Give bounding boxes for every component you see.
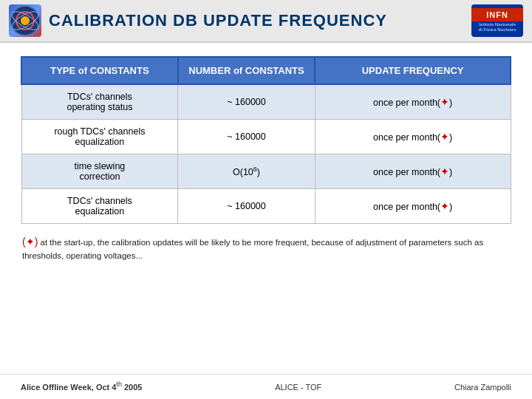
table-row: time slewingcorrection O(106) once per m… <box>21 154 511 189</box>
alice-logo <box>9 4 41 37</box>
row4-number: ~ 160000 <box>178 189 315 224</box>
header: CALIBRATION DB UPDATE FREQUENCY INFN Ist… <box>0 0 532 43</box>
row2-update: once per month(✦) <box>315 120 511 154</box>
row1-number: ~ 160000 <box>178 84 315 120</box>
header-number: NUMBER of CONSTANTS <box>178 57 315 84</box>
header-type: TYPE of CONSTANTS <box>21 57 178 84</box>
row2-number: ~ 160000 <box>178 120 315 154</box>
star-icon: ✦ <box>440 131 449 143</box>
row4-update: once per month(✦) <box>315 189 511 224</box>
header-right: INFN Istituto Nazionaledi Fisica Nuclear… <box>471 4 523 37</box>
footer-sup: th <box>116 381 122 388</box>
footer-right: Chiara Zampolli <box>454 383 511 392</box>
row3-number: O(106) <box>178 154 315 189</box>
row1-update: once per month(✦) <box>315 84 511 120</box>
row3-update: once per month(✦) <box>315 154 511 189</box>
star-icon: ✦ <box>440 200 449 212</box>
footnote-star: (✦) <box>22 236 38 248</box>
row4-type: TDCs' channelsequalization <box>21 189 178 224</box>
table-row: TDCs' channelsequalization ~ 160000 once… <box>21 189 511 224</box>
infn-bottom: Istituto Nazionaledi Fisica Nucleare <box>477 21 517 33</box>
main-content: TYPE of CONSTANTS NUMBER of CONSTANTS UP… <box>0 43 532 270</box>
star-icon: ✦ <box>440 166 449 177</box>
table-row: TDCs' channelsoperating status ~ 160000 … <box>21 84 511 120</box>
footer-year: 2005 <box>122 383 143 392</box>
infn-logo: INFN Istituto Nazionaledi Fisica Nuclear… <box>471 4 523 37</box>
header-update: UPDATE FREQUENCY <box>315 57 511 84</box>
star-icon: ✦ <box>440 96 449 108</box>
footer: Alice Offline Week, Oct 4th 2005 ALICE -… <box>0 374 532 399</box>
row1-type: TDCs' channelsoperating status <box>21 84 178 120</box>
page-title: CALIBRATION DB UPDATE FREQUENCY <box>49 11 387 30</box>
table-row: rough TDCs' channelsequalization ~ 16000… <box>21 120 511 154</box>
footer-event: Alice Offline Week, Oct 4 <box>21 383 116 392</box>
header-left: CALIBRATION DB UPDATE FREQUENCY <box>9 4 387 37</box>
row3-type: time slewingcorrection <box>21 154 178 189</box>
footnote-text: at the start-up, the calibration updates… <box>22 238 483 260</box>
row2-type: rough TDCs' channelsequalization <box>21 120 178 154</box>
calibration-table: TYPE of CONSTANTS NUMBER of CONSTANTS UP… <box>21 56 511 224</box>
svg-point-2 <box>21 16 30 25</box>
footnote: (✦) at the start-up, the calibration upd… <box>21 234 511 262</box>
footer-center: ALICE - TOF <box>275 383 321 392</box>
footer-left: Alice Offline Week, Oct 4th 2005 <box>21 381 142 392</box>
infn-top: INFN <box>471 8 523 21</box>
